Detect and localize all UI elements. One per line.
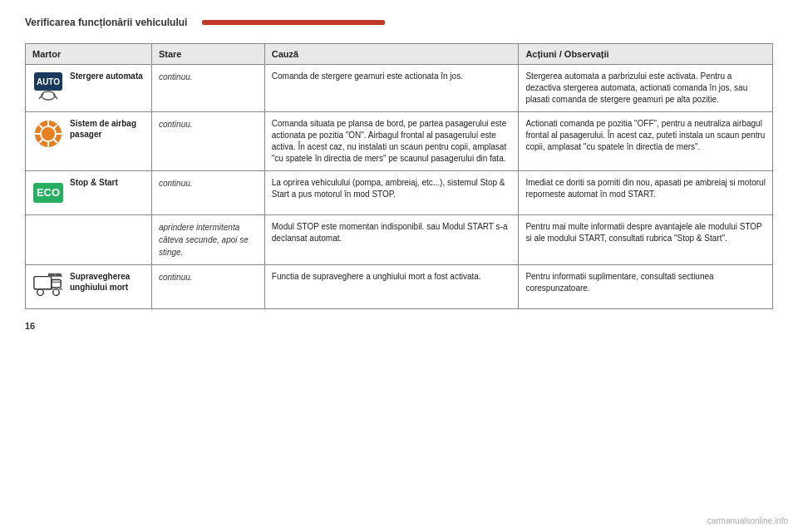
cauza-cell-airbag: Comanda situata pe plansa de bord, pe pa… [264,112,519,171]
auto-icon: AUTO [32,71,64,102]
svg-rect-18 [52,279,61,288]
actiuni-cell-stergere: Stergerea automata a parbrizului este ac… [519,65,773,112]
martor-cell-eco1: ECO Stop & Start [26,171,152,215]
stare-cell-airbag: continuu. [151,112,264,171]
svg-text:!: ! [55,273,56,277]
stare-text-blind: continuu. [159,273,193,282]
cauza-cell-blind: Functia de supraveghere a unghiului mort… [264,265,519,309]
page-number: 16 [25,321,773,331]
actiuni-cell-blind: Pentru informatii suplimentare, consulta… [519,265,773,309]
actiuni-cell-airbag: Actionati comanda pe pozitia "OFF", pent… [519,112,773,171]
martor-cell-eco2 [26,215,152,265]
cauza-cell-eco2: Modul STOP este momentan indisponibil. s… [264,215,519,265]
stare-cell-eco1: continuu. [151,171,264,215]
blind-spot-icon: ! [32,271,64,303]
col-header-cauza: Cauză [264,44,519,65]
svg-point-21 [53,289,60,296]
martor-label-blind: Supravegherea unghiului mort [70,271,145,293]
actiuni-cell-eco2: Pentru mai multe informatii despre avant… [519,215,773,265]
svg-point-2 [42,91,55,100]
col-header-stare: Stare [151,44,264,65]
stare-text-stergere: continuu. [159,72,193,81]
stare-text-eco1: continuu. [159,179,193,188]
stare-cell-eco2: aprindere intermitenta câteva secunde, a… [151,215,264,265]
martor-cell-stergere: AUTO Stergere automata [26,65,152,112]
actiuni-cell-eco1: Imediat ce doriti sa porniti din nou, ap… [519,171,773,215]
svg-rect-17 [34,277,52,289]
svg-text:AUTO: AUTO [37,77,60,86]
stare-text-eco2: aprindere intermitenta câteva secunde, a… [159,223,249,257]
main-table: Martor Stare Cauză Acțiuni / Observații … [25,43,773,309]
svg-text:ECO: ECO [37,186,60,199]
stare-cell-stergere: continuu. [151,65,264,112]
header-bar [202,20,385,25]
martor-cell-airbag: Sistem de airbag pasager [26,112,152,171]
stare-text-airbag: continuu. [159,120,193,129]
martor-label-airbag: Sistem de airbag pasager [70,118,145,140]
martor-cell-blind: ! Supravegherea unghiului mort [26,265,152,309]
page-title: Verificarea funcționării vehiculului [25,17,187,28]
cauza-cell-stergere: Comanda de stergere geamuri este actiona… [264,65,519,112]
svg-point-20 [37,289,44,296]
martor-label-stergere: Stergere automata [70,71,143,81]
stare-cell-blind: continuu. [151,265,264,309]
col-header-martor: Martor [26,44,152,65]
eco-icon: ECO [32,177,64,209]
page-header: Verificarea funcționării vehiculului [25,17,773,28]
cauza-cell-eco1: La oprirea vehiculului (pompa, ambreiaj,… [264,171,519,215]
martor-label-eco1: Stop & Start [70,177,118,188]
col-header-actiuni: Acțiuni / Observații [519,44,773,65]
airbag-icon [32,118,64,150]
